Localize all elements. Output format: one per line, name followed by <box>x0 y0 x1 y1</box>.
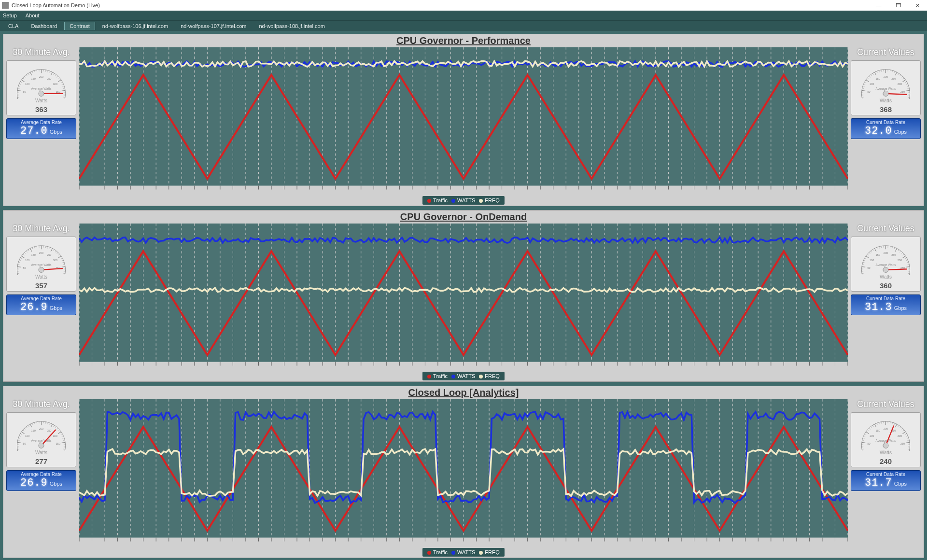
svg-point-52 <box>39 91 44 96</box>
right-watts-gauge: 050100150200250300350400Average WattsWat… <box>851 60 921 115</box>
legend-item-watts: WATTS <box>451 197 475 203</box>
svg-line-33 <box>55 75 56 76</box>
svg-line-650 <box>871 427 871 428</box>
svg-line-661 <box>890 422 890 424</box>
right-side-column: Current Values050100150200250300350400Av… <box>851 47 921 205</box>
tab-nd-wolfpass-108-jf-intel-com[interactable]: nd-wolfpass-108.jf.intel.com <box>254 22 330 30</box>
maximize-button[interactable]: 🗖 <box>888 2 908 8</box>
svg-line-478 <box>32 423 33 425</box>
svg-line-280 <box>42 268 63 270</box>
svg-text:100: 100 <box>25 83 29 85</box>
svg-line-179 <box>862 97 864 98</box>
left-data-rate-lcd: Average Data Rate26.9Gbps <box>6 470 76 491</box>
svg-line-239 <box>19 260 21 261</box>
svg-text:300: 300 <box>53 259 57 262</box>
svg-line-259 <box>51 248 52 252</box>
svg-line-656 <box>881 422 882 424</box>
svg-line-256 <box>45 246 46 248</box>
rate-unit: Gbps <box>894 305 907 311</box>
svg-line-21 <box>34 70 35 72</box>
left-data-rate-lcd: Average Data Rate27.0Gbps <box>6 118 76 139</box>
svg-line-652 <box>874 424 876 428</box>
svg-line-672 <box>905 434 907 435</box>
legend-item-traffic: Traffic <box>427 197 448 203</box>
rate-unit: Gbps <box>50 129 62 135</box>
svg-line-426 <box>879 247 879 249</box>
svg-text:0: 0 <box>25 98 26 99</box>
svg-line-498 <box>62 438 64 438</box>
svg-text:350: 350 <box>900 442 905 445</box>
left-side-heading: 30 Minute Avg. <box>6 224 76 234</box>
svg-line-36 <box>58 80 61 82</box>
svg-line-421 <box>871 251 871 252</box>
tab-nd-wolfpass-107-jf-intel-com[interactable]: nd-wolfpass-107.jf.intel.com <box>175 22 252 30</box>
svg-text:250: 250 <box>47 77 51 80</box>
tab-contrast[interactable]: Contrast <box>64 22 95 30</box>
tab-nd-wolfpass-106-jf-intel-com[interactable]: nd-wolfpass-106.jf.intel.com <box>97 22 173 30</box>
svg-line-267 <box>61 258 62 259</box>
svg-line-655 <box>879 422 879 424</box>
svg-line-11 <box>20 82 22 83</box>
svg-line-451 <box>908 273 910 274</box>
svg-line-40 <box>62 86 64 86</box>
svg-line-411 <box>862 266 865 267</box>
svg-line-479 <box>34 422 35 424</box>
svg-text:100: 100 <box>870 83 874 85</box>
svg-text:0: 0 <box>869 274 871 275</box>
svg-line-9 <box>18 86 20 86</box>
svg-point-686 <box>883 443 888 448</box>
svg-line-644 <box>864 436 865 437</box>
svg-line-217 <box>908 88 910 89</box>
svg-line-474 <box>26 427 27 428</box>
svg-line-218 <box>906 90 910 91</box>
svg-line-190 <box>867 78 869 79</box>
svg-line-257 <box>48 247 48 249</box>
svg-line-8 <box>18 88 20 89</box>
svg-line-265 <box>58 256 61 258</box>
right-data-rate-lcd: Current Data Rate32.0Gbps <box>851 118 921 139</box>
gauge-value: 368 <box>880 105 892 113</box>
rate-value: 26.9 <box>20 477 48 489</box>
right-watts-gauge: 050100150200250300350400Average WattsWat… <box>851 237 921 292</box>
svg-line-675 <box>908 440 910 441</box>
gauge-unit: Watts <box>35 450 47 455</box>
tab-dashboard[interactable]: Dashboard <box>26 22 62 30</box>
svg-line-186 <box>864 84 865 85</box>
gauge-unit: Watts <box>880 98 892 103</box>
rate-label: Current Data Rate <box>853 120 918 125</box>
svg-text:200: 200 <box>884 75 888 78</box>
svg-line-46 <box>63 97 65 98</box>
gauge-unit: Watts <box>35 274 47 280</box>
svg-line-15 <box>25 76 26 78</box>
gauge-unit: Watts <box>880 274 892 280</box>
svg-line-437 <box>898 250 899 251</box>
rate-unit: Gbps <box>50 305 62 311</box>
svg-line-197 <box>879 70 879 72</box>
left-watts-gauge: 050100150200250300350400Average WattsWat… <box>6 237 76 292</box>
svg-line-472 <box>23 430 24 431</box>
svg-line-250 <box>34 247 35 249</box>
svg-line-41 <box>63 88 65 89</box>
svg-text:0: 0 <box>25 450 26 451</box>
gauge-value: 240 <box>880 457 892 465</box>
svg-line-663 <box>894 423 895 425</box>
svg-text:Average Watts: Average Watts <box>31 87 51 91</box>
minimize-button[interactable]: — <box>869 2 888 8</box>
menu-about[interactable]: About <box>26 13 40 18</box>
svg-line-208 <box>898 73 899 75</box>
svg-line-490 <box>54 425 55 427</box>
svg-point-228 <box>883 91 888 96</box>
menu-setup[interactable]: Setup <box>3 13 17 18</box>
panel-body: 30 Minute Avg.050100150200250300350400Av… <box>3 47 924 206</box>
svg-line-22 <box>37 70 37 72</box>
svg-text:Average Watts: Average Watts <box>875 439 896 443</box>
svg-text:350: 350 <box>56 442 60 445</box>
tabbar: CLADashboardContrastnd-wolfpass-106.jf.i… <box>0 20 927 31</box>
close-button[interactable]: ✕ <box>908 2 927 9</box>
tab-cla[interactable]: CLA <box>3 22 24 30</box>
svg-line-269 <box>62 262 64 263</box>
legend-item-watts: WATTS <box>451 373 475 379</box>
svg-line-446 <box>908 264 910 265</box>
svg-text:50: 50 <box>867 90 870 93</box>
svg-text:Average Watts: Average Watts <box>31 439 51 443</box>
